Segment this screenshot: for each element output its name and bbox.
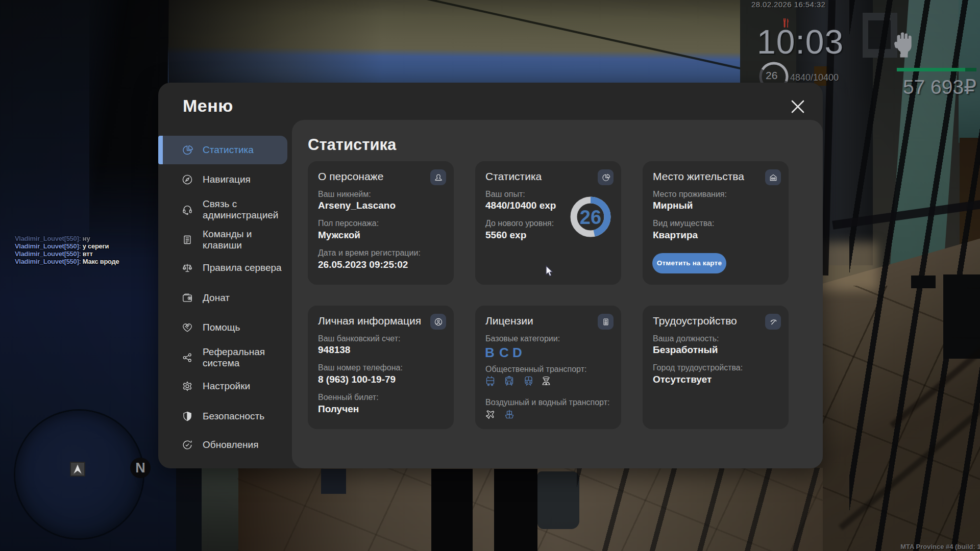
svg-text:26: 26	[580, 207, 601, 228]
